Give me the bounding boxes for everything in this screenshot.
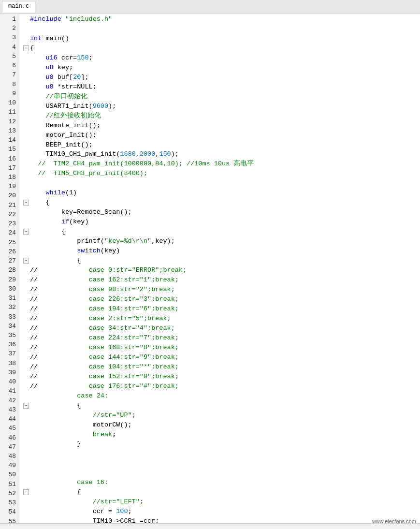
- tab-item-main[interactable]: main.c: [2, 1, 35, 13]
- token-c-case: break: [93, 430, 113, 440]
- token-c-case: case 24:: [77, 391, 108, 401]
- indent: [30, 207, 61, 217]
- line-number: 1: [2, 15, 16, 24]
- indent: [30, 391, 77, 401]
- token-c-normal: ,: [136, 149, 140, 159]
- indent: //: [30, 382, 42, 391]
- token-c-normal: ];: [81, 73, 88, 82]
- indent: //: [30, 343, 42, 353]
- token-c-comment: // TIM5_CH3_pro_init(8400);: [38, 169, 147, 178]
- line-number: 51: [2, 480, 16, 489]
- line-number: 44: [2, 414, 16, 424]
- token-c-number: 100: [116, 507, 128, 516]
- token-c-normal: ccr=: [58, 53, 77, 63]
- line-number: 37: [2, 349, 16, 358]
- token-c-normal: ,: [155, 149, 159, 159]
- line-number: 40: [2, 377, 16, 386]
- token-c-comment: case 2:str="5";break;: [42, 314, 171, 323]
- token-c-comment: case 168:str="8";break;: [42, 343, 179, 353]
- line-number: 39: [2, 368, 16, 377]
- code-line: TIM10_CH1_pwm_init(1680,2000,150);: [23, 149, 416, 159]
- line-number: 30: [2, 284, 16, 294]
- fold-button[interactable]: −: [23, 489, 29, 495]
- line-number: 31: [2, 294, 16, 303]
- token-c-normal: {: [45, 198, 49, 207]
- token-c-normal: motor_Init();: [45, 131, 96, 140]
- indent: [30, 159, 38, 169]
- line-number: 33: [2, 312, 16, 322]
- token-c-normal: ccr =: [93, 507, 116, 516]
- token-c-normal: {: [77, 487, 81, 497]
- code-line: break;: [23, 430, 416, 440]
- fold-button[interactable]: −: [23, 229, 29, 235]
- token-c-type: u8: [45, 82, 53, 92]
- token-c-normal: motorCW();: [93, 420, 132, 430]
- code-line: //str="LEFT";: [23, 497, 416, 507]
- code-line: case 24:: [23, 391, 416, 401]
- token-c-comment: case 34:str="4";break;: [42, 323, 174, 333]
- token-c-comment-cn: //红外接收初始化: [45, 111, 101, 121]
- indent: [30, 516, 93, 523]
- token-c-normal: BEEP_init();: [45, 140, 92, 150]
- token-c-normal: USART1_init(: [45, 102, 92, 111]
- token-c-type: int: [30, 34, 42, 44]
- line-number: 41: [2, 386, 16, 396]
- line-number: 3: [2, 33, 16, 42]
- token-c-number: 150: [77, 53, 88, 63]
- token-c-normal: {: [30, 44, 34, 53]
- line-number: 20: [2, 191, 16, 200]
- code-line: ccr = 100;: [23, 507, 416, 516]
- token-c-number: 9600: [93, 102, 108, 111]
- indent: [30, 256, 77, 265]
- horizontal-scrollbar[interactable]: [0, 523, 420, 529]
- code-content[interactable]: #include "includes.h"int main()−{ u16 cc…: [19, 14, 420, 523]
- fold-button[interactable]: −: [23, 258, 29, 264]
- line-number: 18: [2, 173, 16, 182]
- line-number: 5: [2, 52, 16, 61]
- line-number: 32: [2, 303, 16, 312]
- token-c-normal: *str=NULL;: [54, 82, 97, 92]
- token-c-normal: main(): [42, 34, 69, 44]
- indent: //: [30, 285, 42, 294]
- token-c-normal: ;: [112, 430, 116, 440]
- tab-bar: main.c: [0, 0, 420, 14]
- line-number: 34: [2, 322, 16, 331]
- indent: //: [30, 314, 42, 323]
- code-line: printf("key=%d\r\n",key);: [23, 236, 416, 246]
- fold-button[interactable]: −: [23, 200, 29, 206]
- line-number: 22: [2, 210, 16, 219]
- indent: [30, 217, 61, 227]
- watermark: www.elecfans.com: [372, 517, 416, 525]
- token-c-keyword: if: [61, 217, 69, 227]
- indent: [30, 401, 77, 411]
- line-number: 2: [2, 24, 16, 33]
- token-c-normal: printf(: [77, 236, 104, 246]
- code-line: // case 34:str="4";break;: [23, 323, 416, 333]
- line-numbers: 1234567891011121314151617181920212223242…: [0, 14, 19, 523]
- fold-button[interactable]: −: [23, 403, 29, 409]
- code-line: u8 key;: [23, 63, 416, 73]
- code-line: //str="UP";: [23, 411, 416, 420]
- indent: //: [30, 323, 42, 333]
- line-number: 42: [2, 396, 16, 405]
- code-line: [23, 178, 416, 188]
- indent: //: [30, 333, 42, 343]
- code-line: key=Remote_Scan();: [23, 207, 416, 217]
- token-c-normal: buf[: [54, 73, 73, 82]
- token-c-normal: }: [77, 439, 81, 449]
- line-number: 24: [2, 228, 16, 237]
- token-c-comment: case 152:str="0";break;: [42, 372, 179, 382]
- indent: [30, 478, 77, 487]
- indent: [30, 188, 45, 198]
- line-number: 6: [2, 61, 16, 70]
- code-line: [23, 458, 416, 468]
- code-line: − {: [23, 198, 416, 207]
- token-c-normal: {: [77, 401, 81, 411]
- fold-button[interactable]: −: [23, 45, 29, 51]
- token-c-normal: Remote_init();: [45, 121, 100, 131]
- token-c-string: "includes.h": [65, 15, 112, 24]
- token-c-comment: // TIM2_CH4_pwm_init(1000000,84,10); //1…: [38, 159, 254, 169]
- indent: //: [30, 362, 42, 372]
- code-line: u8 buf[20];: [23, 73, 416, 82]
- code-line: // case 176:str="#";break;: [23, 382, 416, 391]
